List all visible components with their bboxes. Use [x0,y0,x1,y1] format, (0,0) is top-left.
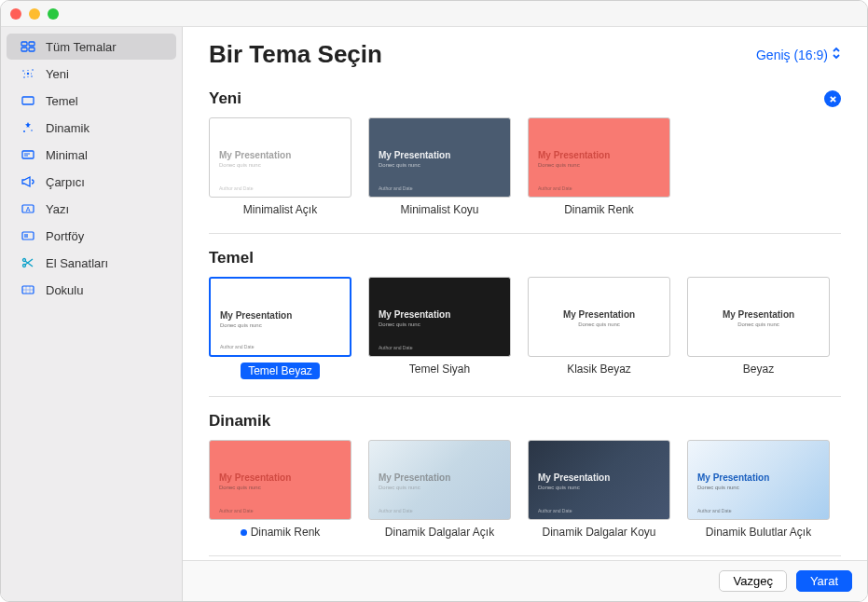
rectangle-icon [20,92,36,109]
section-basic: Temel My Presentation Donec quis nunc Au… [209,249,841,397]
theme-minimalist-dark[interactable]: My Presentation Donec quis nunc Author a… [368,117,511,216]
svg-point-8 [31,75,33,77]
theme-thumbnail: My Presentation Donec quis nunc Author a… [528,117,670,198]
section-title: Yeni [209,89,241,108]
svg-point-5 [22,70,24,72]
sparkle-icon [20,65,36,82]
aspect-ratio-label: Geniş (16:9) [756,48,828,62]
scissors-icon [20,254,36,271]
sidebar-item-portfolio[interactable]: Portföy [7,223,176,249]
themes-scroll-area[interactable]: Yeni My Presentation Donec quis nunc Aut… [183,75,867,560]
chevron-updown-icon [832,47,841,62]
sidebar-item-all-themes[interactable]: Tüm Temalar [7,34,176,60]
gallery-icon [20,227,36,244]
sidebar-item-craft[interactable]: El Sanatları [7,250,176,276]
page-title: Bir Tema Seçin [209,40,382,69]
theme-label: Dinamik Renk [564,203,634,216]
svg-rect-2 [21,48,27,51]
footer-bar: Vazgeç Yarat [183,560,867,601]
theme-dynamic-color[interactable]: My Presentation Donec quis nunc Author a… [528,117,670,216]
theme-white[interactable]: My Presentation Donec quis nunc Beyaz [687,277,830,379]
theme-thumbnail: My Presentation Donec quis nunc Author a… [687,440,830,520]
theme-thumbnail: My Presentation Donec quis nunc Author a… [368,117,511,198]
sidebar-item-textured[interactable]: Dokulu [7,277,176,303]
theme-label: Minimalist Koyu [400,203,478,216]
grid-icon [20,38,36,55]
theme-dynamic-clouds-light[interactable]: My Presentation Donec quis nunc Author a… [687,440,830,539]
sidebar-item-dynamic[interactable]: Dinamik [7,115,176,141]
sidebar-item-minimal[interactable]: Minimal [7,142,176,168]
svg-point-10 [23,130,25,132]
sidebar: Tüm Temalar Yeni Temel Dinamik Minimal [1,27,183,601]
sidebar-item-new[interactable]: Yeni [7,61,176,87]
theme-label: Klasik Beyaz [567,363,631,376]
svg-point-7 [23,76,25,78]
theme-basic-white[interactable]: My Presentation Donec quis nunc Author a… [209,277,351,379]
create-button[interactable]: Yarat [796,570,852,592]
section-divider [209,396,841,397]
cancel-button[interactable]: Vazgeç [719,570,786,592]
section-title: Temel [209,249,254,267]
zoom-window-button[interactable] [48,8,59,20]
theme-label: Minimalist Açık [243,203,317,216]
section-title: Dinamik [209,412,270,431]
window-titlebar [1,1,867,27]
sidebar-item-bold[interactable]: Çarpıcı [7,169,176,195]
theme-thumbnail: My Presentation Donec quis nunc Author a… [209,277,351,357]
sidebar-item-label: Yeni [46,67,69,81]
section-divider [209,233,841,234]
theme-label: Beyaz [743,363,774,376]
theme-minimalist-light[interactable]: My Presentation Donec quis nunc Author a… [209,117,351,216]
theme-thumbnail: My Presentation Donec quis nunc Author a… [209,117,351,198]
theme-dynamic-waves-dark[interactable]: My Presentation Donec quis nunc Author a… [528,440,670,539]
section-new: Yeni My Presentation Donec quis nunc Aut… [209,89,841,234]
svg-rect-12 [22,151,34,158]
main-panel: Bir Tema Seçin Geniş (16:9) Yeni [183,27,867,601]
theme-label: Dinamik Bulutlar Açık [706,526,811,539]
svg-rect-0 [21,42,27,46]
svg-point-6 [32,69,34,71]
svg-text:A: A [26,206,31,212]
svg-rect-9 [22,97,34,104]
aspect-ratio-button[interactable]: Geniş (16:9) [756,47,841,62]
svg-rect-1 [29,42,34,46]
section-divider [209,555,841,556]
sidebar-item-label: Dinamik [46,121,90,135]
traffic-lights [10,8,59,20]
sidebar-item-basic[interactable]: Temel [7,88,176,114]
theme-thumbnail: My Presentation Donec quis nunc Author a… [368,277,511,357]
dismiss-section-button[interactable] [824,90,841,107]
theme-thumbnail: My Presentation Donec quis nunc [687,277,830,357]
text-rect-icon [20,146,36,163]
theme-dynamic-waves-light[interactable]: My Presentation Donec quis nunc Author a… [368,440,511,539]
theme-thumbnail: My Presentation Donec quis nunc [528,277,670,357]
section-dynamic: Dinamik My Presentation Donec quis nunc … [209,412,841,556]
megaphone-icon [20,173,36,190]
stars-icon [20,119,36,136]
sidebar-item-label: Çarpıcı [46,175,85,189]
new-indicator-icon [241,529,247,536]
sidebar-item-label: Tüm Temalar [46,40,117,54]
svg-rect-3 [29,48,34,51]
minimize-window-button[interactable] [29,8,40,20]
texture-icon [20,281,36,298]
svg-point-11 [31,130,33,131]
sidebar-item-label: Temel [46,94,78,108]
theme-dynamic-color-2[interactable]: My Presentation Donec quis nunc Author a… [209,440,351,539]
close-window-button[interactable] [10,8,21,20]
theme-basic-black[interactable]: My Presentation Donec quis nunc Author a… [368,277,511,379]
theme-classic-white[interactable]: My Presentation Donec quis nunc Klasik B… [528,277,670,379]
sidebar-item-label: Yazı [46,202,69,216]
sidebar-item-label: Portföy [46,229,84,243]
theme-thumbnail: My Presentation Donec quis nunc Author a… [209,440,351,520]
theme-thumbnail: My Presentation Donec quis nunc Author a… [368,440,511,520]
theme-thumbnail: My Presentation Donec quis nunc Author a… [528,440,670,520]
sidebar-item-label: El Sanatları [46,256,108,270]
svg-point-4 [27,73,29,75]
svg-rect-18 [24,234,28,238]
theme-label: Temel Siyah [409,363,470,376]
theme-label: Dinamik Dalgalar Koyu [542,526,655,539]
theme-label: Dinamik Renk [241,526,321,539]
sidebar-item-editorial[interactable]: A Yazı [7,196,176,222]
sidebar-item-label: Minimal [46,148,88,162]
